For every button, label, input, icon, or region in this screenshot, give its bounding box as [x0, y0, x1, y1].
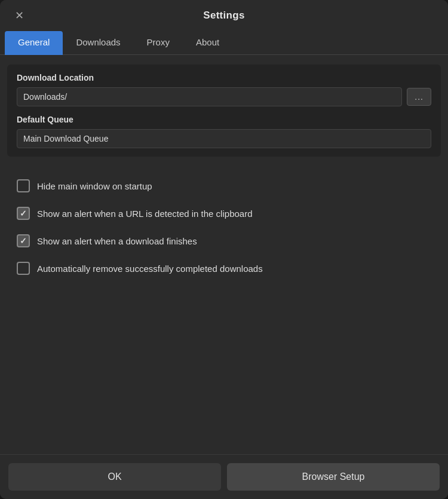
checkbox-auto-remove-label: Automatically remove successfully comple… — [37, 264, 263, 274]
browser-setup-button[interactable]: Browser Setup — [227, 463, 440, 491]
footer: OK Browser Setup — [0, 454, 448, 499]
download-location-value: Downloads/ — [17, 87, 402, 106]
content-area: Download Location Downloads/ ... Default… — [0, 55, 448, 454]
checkbox-show-download-alert-label: Show an alert when a download finishes — [37, 236, 197, 246]
checkmark-icon: ✓ — [20, 209, 27, 218]
download-location-section: Download Location Downloads/ ... Default… — [7, 65, 441, 157]
checkbox-show-download-alert-box[interactable]: ✓ — [17, 234, 30, 247]
checkbox-show-url-alert-label: Show an alert when a URL is detected in … — [37, 209, 253, 219]
checkbox-auto-remove-box[interactable] — [17, 262, 30, 275]
settings-window: ✕ Settings General Downloads Proxy About… — [0, 0, 448, 499]
download-location-label: Download Location — [17, 73, 431, 82]
tab-bar: General Downloads Proxy About — [0, 31, 448, 55]
ok-button[interactable]: OK — [8, 463, 221, 491]
tab-general[interactable]: General — [5, 31, 63, 55]
default-queue-value: Main Download Queue — [17, 129, 431, 148]
browse-button[interactable]: ... — [407, 88, 431, 106]
checkbox-show-url-alert[interactable]: ✓ Show an alert when a URL is detected i… — [7, 200, 441, 227]
checkmark-icon-2: ✓ — [20, 237, 27, 245]
checkbox-show-download-alert[interactable]: ✓ Show an alert when a download finishes — [7, 227, 441, 255]
checkbox-hide-main-window-label: Hide main window on startup — [37, 181, 152, 191]
default-queue-label: Default Queue — [17, 115, 431, 124]
download-location-row: Downloads/ ... — [17, 87, 431, 106]
titlebar: ✕ Settings — [0, 0, 448, 31]
checkboxes-section: Hide main window on startup ✓ Show an al… — [7, 166, 441, 288]
content-spacer — [0, 288, 448, 454]
tab-about[interactable]: About — [183, 31, 232, 55]
close-icon: ✕ — [15, 9, 24, 22]
checkbox-hide-main-window-box[interactable] — [17, 179, 30, 192]
window-title: Settings — [203, 10, 244, 22]
tab-downloads[interactable]: Downloads — [63, 31, 133, 55]
checkbox-hide-main-window[interactable]: Hide main window on startup — [7, 172, 441, 200]
checkbox-auto-remove[interactable]: Automatically remove successfully comple… — [7, 255, 441, 282]
close-button[interactable]: ✕ — [11, 7, 27, 24]
tab-proxy[interactable]: Proxy — [134, 31, 183, 55]
checkbox-show-url-alert-box[interactable]: ✓ — [17, 207, 30, 220]
